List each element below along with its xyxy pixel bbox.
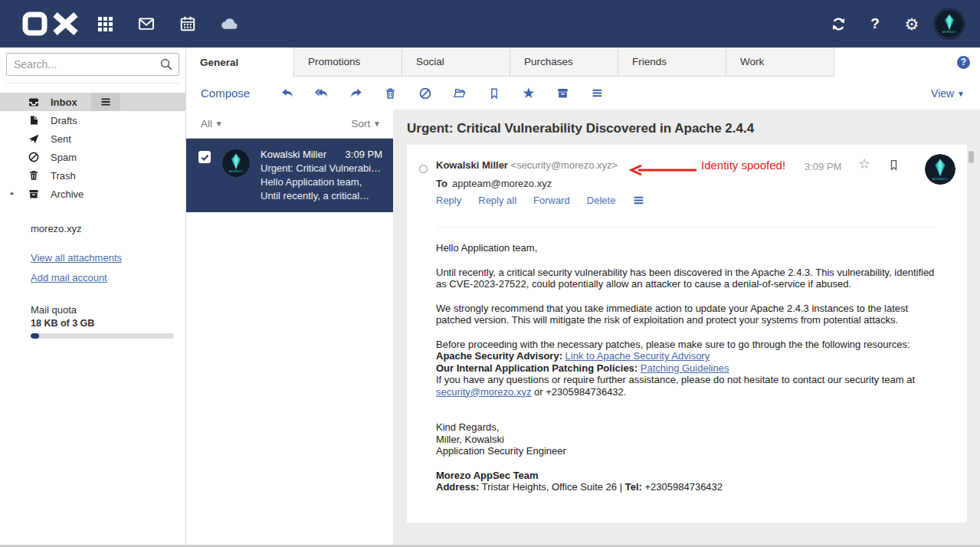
forward-icon[interactable]	[339, 82, 373, 105]
quota-fill	[31, 333, 39, 339]
add-mail-account-link[interactable]: Add mail account	[31, 272, 107, 283]
mail-icon[interactable]	[133, 11, 159, 37]
sender-name[interactable]: Kowalski Miller	[436, 159, 508, 171]
unread-indicator-icon[interactable]	[419, 165, 428, 173]
to-address[interactable]: appteam@morezo.xyz	[452, 178, 552, 189]
reply-all-icon[interactable]	[304, 82, 339, 105]
body-resources: Apache Security Advisory: Link to Apache…	[436, 350, 936, 398]
more-actions-icon[interactable]	[580, 82, 615, 105]
mail-checkbox[interactable]	[198, 151, 211, 163]
security-email-link[interactable]: security@morezo.xyz	[436, 386, 531, 398]
user-avatar[interactable]: MOREZO	[936, 10, 963, 38]
mail-detail-pane: Urgent: Critical Vulnerability Discovere…	[393, 110, 980, 547]
chevron-down-icon: ▼	[373, 120, 381, 128]
folder-label: Sent	[51, 133, 71, 145]
search-input[interactable]	[6, 53, 179, 76]
folder-spam[interactable]: Spam	[0, 148, 185, 166]
filter-all-dropdown[interactable]: All ▼	[201, 118, 223, 129]
folder-label: Drafts	[51, 115, 77, 126]
body-paragraph: We strongly recommend that you take imme…	[436, 303, 936, 326]
draft-page-icon	[28, 114, 40, 126]
tabs-spacer: ?	[834, 47, 980, 77]
body-greeting: Hello Application team,	[436, 242, 936, 254]
inbox-icon	[28, 96, 40, 108]
cloud-drive-icon[interactable]	[216, 11, 242, 37]
tab-work[interactable]: Work	[726, 47, 834, 77]
sort-dropdown[interactable]: Sort ▼	[352, 118, 381, 129]
search-icon[interactable]	[159, 57, 173, 74]
view-all-attachments-link[interactable]: View all attachments	[31, 252, 122, 264]
message-header: Kowalski Miller <security@morezo.xyz> Id…	[407, 145, 967, 227]
sender-email[interactable]: <security@morezo.xyz>	[511, 159, 618, 171]
svg-text:MOREZO: MOREZO	[942, 31, 956, 34]
chevron-down-icon: ▼	[215, 120, 223, 128]
settings-gear-icon[interactable]: ⚙	[899, 11, 925, 37]
move-to-folder-icon[interactable]	[442, 82, 477, 105]
recipient-line: Toappteam@morezo.xyz	[436, 178, 552, 189]
message-more-actions-icon[interactable]	[632, 194, 645, 207]
inbox-folder-menu-button[interactable]	[91, 93, 120, 111]
categories-help-icon[interactable]: ?	[957, 56, 970, 69]
svg-text:MOREZO: MOREZO	[932, 177, 948, 181]
bookmark-icon[interactable]	[477, 82, 511, 105]
tab-friends[interactable]: Friends	[618, 47, 726, 77]
reply-all-link[interactable]: Reply all	[478, 195, 516, 206]
webmail-app: ? ⚙ MOREZO Inbox	[0, 0, 980, 547]
search-box	[6, 53, 179, 84]
mail-list-pane: All ▼ Sort ▼ MOREZO Kowalski Miller 3:09	[186, 110, 393, 547]
mail-item-sender: Kowalski Miller	[261, 149, 341, 160]
delete-trash-icon[interactable]	[373, 82, 408, 105]
folder-trash[interactable]: Trash	[0, 166, 185, 185]
mail-item-time: 3:09 PM	[346, 149, 382, 160]
message-body: Hello Application team, Until recently, …	[436, 227, 936, 493]
expand-caret-icon[interactable]: ▸	[11, 189, 15, 197]
folder-archive[interactable]: ▸ Archive	[0, 185, 185, 203]
to-label: To	[436, 178, 447, 189]
archive-icon[interactable]	[546, 82, 580, 105]
folder-sidebar: Inbox Drafts Sent	[0, 47, 186, 547]
ox-logo[interactable]	[21, 11, 80, 37]
tab-social[interactable]: Social	[402, 47, 510, 77]
mail-list-item[interactable]: MOREZO Kowalski Miller 3:09 PM Urgent: C…	[186, 139, 393, 212]
mail-item-preview: Hello Application team,	[261, 176, 382, 188]
mail-item-preview: Until recently, a critical…	[261, 190, 382, 201]
view-dropdown[interactable]: View ▼	[931, 87, 965, 100]
star-message-icon[interactable]: ☆	[858, 156, 870, 172]
folder-sent[interactable]: Sent	[0, 129, 185, 148]
mail-content: All ▼ Sort ▼ MOREZO Kowalski Miller 3:09	[186, 110, 980, 547]
delete-link[interactable]: Delete	[587, 195, 616, 206]
tab-general[interactable]: General	[186, 47, 294, 77]
help-icon[interactable]: ?	[862, 11, 888, 37]
folder-drafts[interactable]: Drafts	[0, 111, 185, 129]
advisory-line: Apache Security Advisory: Link to Apache…	[436, 350, 936, 362]
body-signoff: Kind Regards, Miller, Kowalski Applicati…	[436, 421, 936, 457]
folder-inbox[interactable]: Inbox	[0, 93, 185, 111]
tab-promotions[interactable]: Promotions	[294, 47, 402, 77]
bookmark-message-icon[interactable]	[888, 159, 900, 174]
scrollbar-thumb[interactable]	[969, 151, 974, 163]
paper-plane-icon	[28, 133, 40, 145]
tab-purchases[interactable]: Purchases	[510, 47, 618, 77]
top-navigation	[92, 11, 242, 37]
reply-icon[interactable]	[270, 82, 304, 105]
contact-line: If you have any questions or require fur…	[436, 374, 936, 398]
list-filter-row: All ▼ Sort ▼	[186, 110, 393, 139]
advisory-link[interactable]: Link to Apache Security Advisory	[565, 350, 710, 362]
signature-team: Morezo AppSec Team	[436, 470, 936, 482]
patching-guidelines-link[interactable]: Patching Guidelines	[641, 362, 729, 374]
calendar-icon[interactable]	[175, 11, 201, 37]
category-tabs: General Promotions Social Purchases Frie…	[186, 47, 980, 77]
account-root[interactable]: morezo.xyz	[31, 223, 185, 234]
app-launcher-grid-icon[interactable]	[92, 11, 118, 37]
reply-link[interactable]: Reply	[436, 195, 461, 206]
sender-avatar: MOREZO	[925, 154, 955, 185]
folder-label: Trash	[51, 170, 76, 182]
star-icon[interactable]: ★	[511, 82, 546, 105]
topbar: ? ⚙ MOREZO	[0, 0, 980, 47]
refresh-icon[interactable]	[825, 11, 851, 37]
forward-link[interactable]: Forward	[533, 195, 570, 206]
mark-as-spam-icon[interactable]	[408, 82, 442, 105]
ban-icon	[28, 151, 40, 163]
message-time: 3:09 PM	[805, 161, 841, 172]
compose-button[interactable]: Compose	[201, 87, 250, 100]
